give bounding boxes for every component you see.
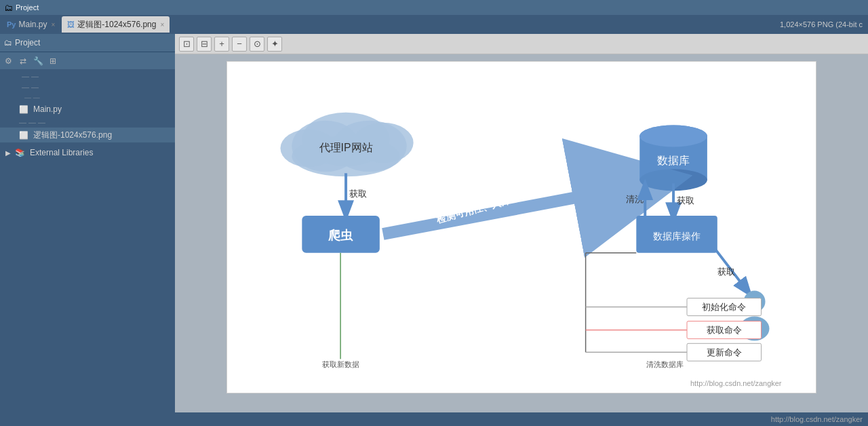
sub-label-1: 初始化命令	[702, 302, 746, 312]
tree-item-external-libraries[interactable]: ▶ 📚 External Libraries	[0, 145, 175, 160]
file-info: 1,024×576 PNG (24-bit c	[780, 20, 863, 28]
fetch-label-2: 获取	[677, 195, 694, 206]
watermark: http://blog.csdn.net/zangker	[690, 379, 782, 387]
sub-label-3: 更新命令	[707, 347, 742, 357]
sidebar-project-label: Project	[15, 38, 40, 47]
tree-item-blurred-1[interactable]: — —	[0, 71, 175, 81]
library-icon: 📚	[15, 148, 25, 157]
actual-size-btn[interactable]: ⊙	[250, 37, 264, 52]
cloud-group: 代理IP网站	[280, 113, 413, 177]
tree-item-blurred-3[interactable]: — —	[0, 92, 175, 102]
fit-width-btn[interactable]: ⊟	[197, 37, 212, 52]
layout-icon[interactable]: ⊞	[47, 56, 58, 66]
tab-logic-diagram-close[interactable]: ×	[160, 21, 164, 28]
fetch-new-label: 获取新数据	[322, 360, 359, 368]
status-text: http://blog.csdn.net/zangker	[771, 415, 863, 423]
tab-main-py-close[interactable]: ×	[52, 21, 56, 28]
zoom-out-btn[interactable]: −	[232, 37, 247, 52]
cloud-label-text: 代理IP网站	[319, 142, 373, 153]
fit-window-btn[interactable]: ⊡	[179, 37, 194, 52]
app-title: Project	[16, 3, 39, 12]
file-img-icon: ⬜	[19, 131, 28, 140]
settings-icon[interactable]: ⚙	[3, 56, 14, 66]
status-bar: http://blog.csdn.net/zangker	[0, 412, 868, 426]
image-viewer: ⊡ ⊟ + − ⊙ ✦ 代理IP网站	[175, 34, 868, 412]
tab-main-py[interactable]: Py Main.py ×	[1, 16, 60, 33]
sidebar-tree: — — — — — — ⬜ Main.py — — — ⬜	[0, 69, 175, 412]
tree-item-logic-diagram[interactable]: ⬜ 逻辑图-1024x576.png	[0, 128, 175, 142]
pointer-btn[interactable]: ✦	[267, 37, 282, 52]
viewer-content: 代理IP网站	[175, 54, 868, 412]
project-folder-icon: 🗂	[4, 38, 12, 47]
fetch-label-3: 获取	[717, 267, 735, 277]
tab-img-icon: 🖼	[67, 20, 75, 28]
tab-logic-diagram-label: 逻辑图-1024x576.png	[77, 19, 156, 31]
tab-bar: Py Main.py × 🖼 逻辑图-1024x576.png × 1,024×…	[0, 15, 868, 34]
db-top-highlight	[639, 125, 707, 147]
diagram-container: 代理IP网站	[226, 61, 816, 393]
main-area: 🗂 Project ⚙ ⇄ 🔧 ⊞ — — — — — —	[0, 34, 868, 412]
sidebar-toolbar: ⚙ ⇄ 🔧 ⊞	[0, 52, 175, 69]
file-py-icon-1: ⬜	[19, 105, 28, 114]
viewer-toolbar: ⊡ ⊟ + − ⊙ ✦	[175, 34, 868, 54]
tree-label-logic-diagram: 逻辑图-1024x576.png	[33, 130, 112, 141]
tree-item-blurred-2[interactable]: — —	[0, 81, 175, 92]
sidebar-project-bar: 🗂 Project	[0, 34, 175, 52]
app-icon: 🗂	[4, 3, 13, 13]
tree-item-main-py[interactable]: ⬜ Main.py	[0, 102, 175, 117]
clean-db-label: 清洗数据库	[646, 360, 684, 368]
tree-label-main-py: Main.py	[33, 104, 62, 114]
sync-icon[interactable]: ⇄	[18, 56, 28, 66]
title-bar: 🗂 Project	[0, 0, 868, 15]
clean-label: 清洗	[626, 194, 644, 204]
db-ops-label: 数据库操作	[653, 231, 701, 241]
zoom-in-btn[interactable]: +	[214, 37, 229, 52]
tab-main-py-label: Main.py	[18, 20, 47, 29]
fetch-label-1: 获取	[349, 189, 367, 199]
tree-item-blurred-4[interactable]: — — —	[0, 117, 175, 128]
diagonal-arrow	[383, 187, 633, 234]
expand-icon[interactable]: ▶	[5, 149, 11, 157]
sidebar: 🗂 Project ⚙ ⇄ 🔧 ⊞ — — — — — —	[0, 34, 175, 412]
db-label: 数据库	[657, 155, 690, 166]
crawler-label: 爬虫	[328, 229, 353, 242]
sub-label-2: 获取命令	[707, 325, 742, 335]
status-watermark: http://blog.csdn.net/zangker	[771, 415, 863, 423]
gear-icon[interactable]: 🔧	[33, 56, 43, 66]
tab-logic-diagram[interactable]: 🖼 逻辑图-1024x576.png ×	[62, 16, 170, 33]
tab-py-icon: Py	[7, 20, 16, 28]
tree-label-external-libraries: External Libraries	[30, 148, 93, 157]
diagram-svg: 代理IP网站	[227, 62, 816, 393]
